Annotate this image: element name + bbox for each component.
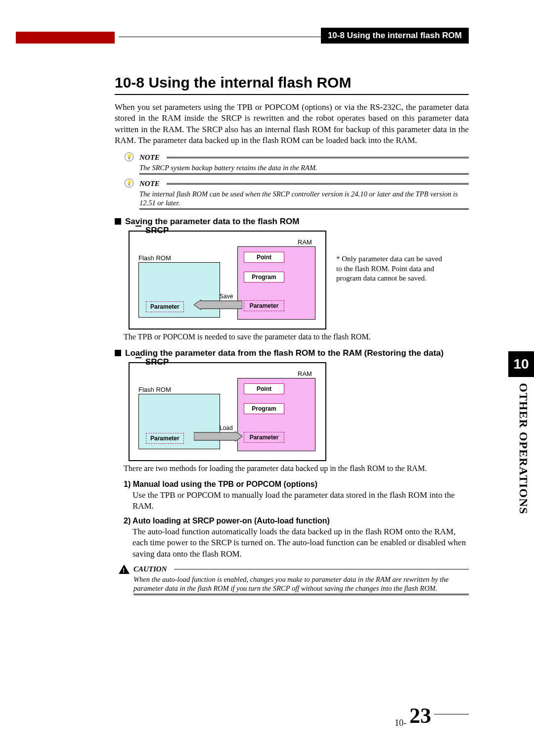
method2-body: The auto-load function automatically loa…	[133, 526, 469, 559]
caution-block: CAUTION When the auto-load function is e…	[119, 565, 469, 595]
ram-parameter: Parameter	[244, 300, 284, 311]
section2-caption: There are two methods for loading the pa…	[124, 464, 469, 473]
chapter-title-vertical: OTHER OPERATIONS	[517, 383, 530, 515]
caution-rule-bottom	[134, 594, 469, 595]
flash-parameter: Parameter	[146, 433, 184, 444]
note-rule	[167, 183, 469, 185]
arrow-save-icon	[194, 300, 242, 310]
section1-sidenote: * Only parameter data can be saved to th…	[336, 254, 445, 284]
note-rule	[167, 157, 469, 158]
section1-heading-text: Saving the parameter data to the flash R…	[125, 217, 299, 226]
footer-rule	[434, 714, 469, 714]
page-title: 10-8 Using the internal flash ROM	[115, 74, 469, 91]
svg-marker-0	[194, 300, 242, 310]
note-text: The SRCP system backup battery retains t…	[139, 163, 469, 172]
square-icon	[115, 350, 121, 356]
ram-point: Point	[244, 252, 284, 263]
title-rule	[115, 94, 469, 95]
chapter-tab: 10	[508, 351, 534, 377]
footer-prefix: 10-	[395, 718, 406, 728]
bulb-icon: 💡	[125, 179, 134, 188]
method1-body: Use the TPB or POPCOM to manually load t…	[133, 490, 469, 512]
square-icon	[115, 218, 121, 225]
ram-parameter: Parameter	[244, 432, 284, 443]
arrow-load-icon	[194, 431, 242, 441]
srcp-box: Flash ROM Parameter RAM Point Program Pa…	[129, 231, 326, 330]
bulb-icon: 💡	[125, 152, 134, 161]
arrow-label-save: Save	[220, 293, 233, 300]
caution-icon	[119, 565, 130, 574]
note-2: 💡 NOTE The internal flash ROM can be use…	[125, 180, 469, 210]
page-footer: 10- 23	[395, 703, 469, 728]
section1-caption: The TPB or POPCOM is needed to save the …	[124, 332, 469, 341]
method2-head: 2) Auto loading at SRCP power-on (Auto-l…	[124, 517, 469, 525]
note-label: NOTE	[139, 153, 160, 162]
flash-parameter: Parameter	[146, 301, 184, 312]
ram-label: RAM	[298, 370, 312, 378]
ram-program: Program	[244, 403, 284, 414]
caution-label: CAUTION	[134, 565, 167, 573]
page-content: 10-8 Using the internal flash ROM When y…	[115, 74, 469, 600]
arrow-label-load: Load	[220, 425, 233, 431]
section2-heading: Loading the parameter data from the flas…	[115, 348, 469, 358]
header-tab: 10-8 Using the internal flash ROM	[321, 28, 469, 44]
section2-heading-text: Loading the parameter data from the flas…	[125, 348, 444, 358]
note-rule-bottom	[139, 208, 469, 210]
flashrom-label: Flash ROM	[138, 386, 171, 393]
section1-heading: Saving the parameter data to the flash R…	[115, 217, 469, 227]
diagram-2: SRCP Flash ROM Parameter RAM Point Progr…	[129, 362, 469, 461]
flashrom-label: Flash ROM	[138, 254, 171, 262]
note-text: The internal flash ROM can be used when …	[139, 189, 469, 207]
ram-point: Point	[244, 383, 284, 394]
ram-box: Point Program Parameter	[237, 378, 315, 451]
method1-head: 1) Manual load using the TPB or POPCOM (…	[124, 480, 469, 489]
ram-program: Program	[244, 272, 284, 283]
ram-label: RAM	[298, 238, 312, 246]
header-red-bar	[16, 32, 115, 44]
ram-box: Point Program Parameter	[237, 246, 315, 320]
note-rule-bottom	[139, 173, 469, 175]
note-1: 💡 NOTE The SRCP system backup battery re…	[125, 153, 469, 175]
diagram-1: SRCP Flash ROM Parameter RAM Point Progr…	[129, 231, 469, 330]
caution-rule	[174, 569, 469, 569]
caution-text: When the auto-load function is enabled, …	[134, 575, 469, 593]
svg-marker-1	[194, 431, 242, 441]
intro-text: When you set parameters using the TPB or…	[115, 102, 469, 146]
note-label: NOTE	[139, 180, 160, 188]
srcp-box: Flash ROM Parameter RAM Point Program Pa…	[129, 362, 326, 461]
footer-page: 23	[409, 703, 431, 728]
